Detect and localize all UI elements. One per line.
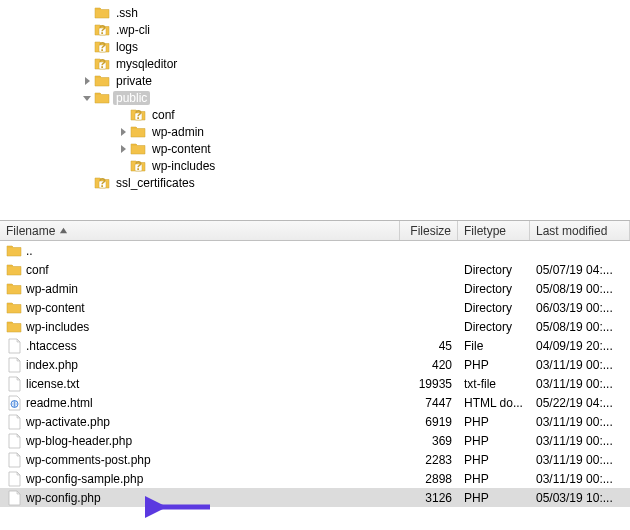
file-icon [6,376,22,392]
svg-text:?: ? [99,23,106,36]
file-size: 2283 [400,453,458,467]
file-type: Directory [458,282,530,296]
tree-item[interactable]: ?wp-includes [0,157,630,174]
file-row[interactable]: wp-activate.php6919PHP03/11/19 00:... [0,412,630,431]
file-row[interactable]: confDirectory05/07/19 04:... [0,260,630,279]
file-row[interactable]: wp-comments-post.php2283PHP03/11/19 00:.… [0,450,630,469]
expand-toggle-icon[interactable] [118,144,128,154]
expand-toggle-icon [82,178,92,188]
file-row[interactable]: wp-config.php3126PHP05/03/19 10:... [0,488,630,507]
file-row[interactable]: wp-config-sample.php2898PHP03/11/19 00:.… [0,469,630,488]
file-size: 19935 [400,377,458,391]
file-name: wp-blog-header.php [26,434,132,448]
unknown-folder-icon: ? [94,176,110,189]
tree-item[interactable]: .ssh [0,4,630,21]
tree-item-label: wp-includes [149,159,218,173]
file-name: index.php [26,358,78,372]
expand-toggle-icon[interactable] [82,93,92,103]
expand-toggle-icon [82,25,92,35]
file-modified: 03/11/19 00:... [530,434,630,448]
file-type: PHP [458,491,530,505]
folder-icon [130,142,146,155]
column-header-filetype[interactable]: Filetype [458,221,530,240]
file-list-header: Filename Filesize Filetype Last modified [0,221,630,241]
tree-item-label: conf [149,108,178,122]
file-modified: 03/11/19 00:... [530,415,630,429]
folder-icon [6,262,22,278]
unknown-folder-icon: ? [130,108,146,121]
file-type: txt-file [458,377,530,391]
tree-item-label: .wp-cli [113,23,153,37]
column-header-filename[interactable]: Filename [0,221,400,240]
file-modified: 05/22/19 04:... [530,396,630,410]
tree-item-label: .ssh [113,6,141,20]
file-size: 45 [400,339,458,353]
file-modified: 03/11/19 00:... [530,453,630,467]
expand-toggle-icon[interactable] [82,76,92,86]
column-header-filesize[interactable]: Filesize [400,221,458,240]
file-name: wp-config.php [26,491,101,505]
expand-toggle-icon[interactable] [118,127,128,137]
tree-item[interactable]: ?mysqleditor [0,55,630,72]
html-file-icon [6,395,22,411]
tree-item[interactable]: wp-content [0,140,630,157]
file-type: PHP [458,453,530,467]
tree-item[interactable]: ?conf [0,106,630,123]
expand-toggle-icon [118,161,128,171]
unknown-folder-icon: ? [94,40,110,53]
file-name: wp-config-sample.php [26,472,143,486]
tree-item[interactable]: private [0,72,630,89]
file-size: 2898 [400,472,458,486]
expand-toggle-icon [82,59,92,69]
file-modified: 03/11/19 00:... [530,472,630,486]
file-size: 6919 [400,415,458,429]
tree-item[interactable]: ?logs [0,38,630,55]
file-modified: 06/03/19 00:... [530,301,630,315]
folder-tree[interactable]: .ssh?.wp-cli?logs?mysqleditorprivatepubl… [0,0,630,220]
file-type: PHP [458,358,530,372]
tree-item[interactable]: ?.wp-cli [0,21,630,38]
file-icon [6,338,22,354]
tree-item-label: logs [113,40,141,54]
folder-icon [94,74,110,87]
file-name: .. [26,244,33,258]
file-name: wp-comments-post.php [26,453,151,467]
tree-item-label: ssl_certificates [113,176,198,190]
file-type: Directory [458,320,530,334]
folder-icon [6,243,22,259]
sort-ascending-icon [59,224,68,238]
file-name: readme.html [26,396,93,410]
file-listing: Filename Filesize Filetype Last modified… [0,220,630,507]
tree-item-label: mysqleditor [113,57,180,71]
svg-text:?: ? [99,176,106,189]
file-name: wp-admin [26,282,78,296]
svg-text:?: ? [99,40,106,53]
tree-item-label: wp-admin [149,125,207,139]
file-row[interactable]: license.txt19935txt-file03/11/19 00:... [0,374,630,393]
file-size: 3126 [400,491,458,505]
file-list-body: ..confDirectory05/07/19 04:...wp-adminDi… [0,241,630,507]
unknown-folder-icon: ? [94,57,110,70]
file-row[interactable]: wp-contentDirectory06/03/19 00:... [0,298,630,317]
column-header-lastmodified[interactable]: Last modified [530,221,630,240]
file-name: wp-includes [26,320,89,334]
file-row[interactable]: wp-adminDirectory05/08/19 00:... [0,279,630,298]
svg-text:?: ? [99,57,106,70]
file-row[interactable]: wp-blog-header.php369PHP03/11/19 00:... [0,431,630,450]
file-row[interactable]: .htaccess45File04/09/19 20:... [0,336,630,355]
file-row[interactable]: .. [0,241,630,260]
folder-icon [6,319,22,335]
folder-icon [6,281,22,297]
file-row[interactable]: index.php420PHP03/11/19 00:... [0,355,630,374]
expand-toggle-icon [118,110,128,120]
tree-item-label: private [113,74,155,88]
file-row[interactable]: readme.html7447HTML do...05/22/19 04:... [0,393,630,412]
file-modified: 05/08/19 00:... [530,320,630,334]
file-row[interactable]: wp-includesDirectory05/08/19 00:... [0,317,630,336]
tree-item[interactable]: wp-admin [0,123,630,140]
file-modified: 04/09/19 20:... [530,339,630,353]
unknown-folder-icon: ? [94,23,110,36]
tree-item[interactable]: public [0,89,630,106]
file-icon [6,357,22,373]
tree-item[interactable]: ?ssl_certificates [0,174,630,191]
